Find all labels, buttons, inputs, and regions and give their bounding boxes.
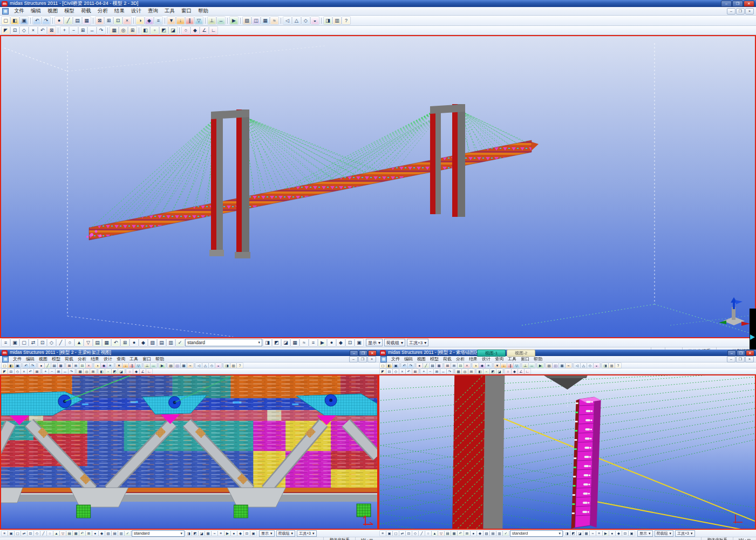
rotate-view-icon[interactable]: ↷ [447, 369, 453, 374]
help-icon[interactable]: ? [342, 17, 350, 24]
zoom-out-icon[interactable]: − [49, 369, 55, 374]
zoom-in-icon[interactable]: + [421, 369, 427, 374]
query-element-icon[interactable]: ◆ [512, 369, 517, 374]
new-file-icon[interactable]: ▢ [2, 363, 8, 368]
thickness-icon[interactable]: ≡ [486, 363, 492, 368]
activate-identity-icon[interactable]: ▤ [66, 531, 72, 536]
menu-12[interactable]: 帮助 [532, 356, 544, 362]
named-view-combobox[interactable]: standard ▾ [185, 339, 262, 346]
run-analysis-icon[interactable]: ▶ [159, 363, 165, 368]
hidden-b-icon[interactable]: ◩ [192, 531, 198, 536]
select-poly-b-icon[interactable]: ◇ [412, 531, 418, 536]
open-file-icon[interactable]: ◧ [386, 363, 392, 368]
delete-icon[interactable]: × [86, 363, 92, 368]
query-node-icon[interactable]: ○ [127, 369, 133, 374]
minimize-button[interactable]: – [350, 350, 358, 356]
mesh-icon[interactable]: ▦ [58, 363, 64, 368]
result-table-icon[interactable]: ▦ [261, 17, 269, 24]
select-none-icon[interactable]: ▢ [20, 339, 28, 346]
select-invert-icon[interactable]: ⇄ [21, 531, 27, 536]
select-invert-icon[interactable]: ⇄ [29, 339, 37, 346]
elem-numbers-icon[interactable]: ◆ [616, 531, 622, 536]
zoom-fit-icon[interactable]: ⊞ [434, 369, 440, 374]
dynamic-zoom-icon[interactable]: ⊡ [346, 339, 354, 346]
mdi-restore-button[interactable]: ❐ [358, 356, 367, 363]
snap-grid-icon[interactable]: ⊞ [128, 26, 137, 34]
menu-6[interactable]: 分析 [76, 356, 88, 362]
query-element-icon[interactable]: ◆ [133, 369, 139, 374]
render-view-icon[interactable]: ◒ [311, 17, 319, 24]
activate-identity-icon[interactable]: ▤ [93, 339, 101, 346]
menu-10[interactable]: 工具 [127, 356, 140, 362]
menu-11[interactable]: 窗口 [178, 7, 195, 15]
works-tree-icon[interactable]: ▧ [243, 17, 251, 24]
wireframe-icon[interactable]: ◨ [263, 339, 271, 346]
menu-1[interactable]: 文件 [11, 7, 28, 15]
shading-icon[interactable]: ◪ [199, 531, 205, 536]
mesh-icon[interactable]: ▦ [436, 363, 442, 368]
legend-icon[interactable]: ▥ [333, 17, 341, 24]
filter-volume-icon[interactable]: ▥ [496, 531, 502, 536]
zoom-activated-icon[interactable]: ⊞ [121, 339, 129, 346]
pressure-load-icon[interactable]: ▽ [195, 17, 203, 24]
rotate-view-icon[interactable]: ↷ [69, 369, 74, 374]
measure-distance-icon[interactable]: ∠ [518, 369, 524, 374]
deactivate-icon[interactable]: ▽ [60, 531, 66, 536]
menu-8[interactable]: 设计 [101, 356, 114, 362]
paste-icon[interactable]: ⊡ [79, 363, 85, 368]
beam-load-icon[interactable]: ∥ [186, 17, 194, 24]
node-numbers-icon[interactable]: ● [328, 339, 336, 346]
menu-5[interactable]: 荷载 [63, 356, 76, 362]
values-b-icon[interactable]: ≡ [218, 531, 224, 536]
query-element-icon[interactable]: ◆ [191, 26, 199, 34]
pan-icon[interactable]: ↔ [88, 26, 96, 34]
paste-icon[interactable]: ⊡ [114, 17, 122, 24]
capture-icon[interactable]: ▣ [250, 531, 256, 536]
activate-icon[interactable]: ▲ [432, 531, 438, 536]
rigid-link-icon[interactable]: ↔ [151, 363, 156, 368]
contour-b-icon[interactable]: ▦ [291, 339, 299, 346]
rigid-link-icon[interactable]: ↔ [217, 17, 225, 24]
top-view-icon[interactable]: △ [581, 363, 587, 368]
group-tree-icon[interactable]: ◫ [174, 363, 180, 368]
select-window-b-icon[interactable]: ⊡ [38, 339, 46, 346]
node-numbers-icon[interactable]: ● [231, 531, 237, 536]
legend-icon[interactable]: ▥ [230, 363, 236, 368]
select-all-icon[interactable]: ▣ [8, 531, 14, 536]
save-icon[interactable]: ▣ [15, 363, 21, 368]
render-view-icon[interactable]: ◒ [594, 363, 600, 368]
mdi-restore-button[interactable]: ❐ [736, 356, 745, 363]
result-graph-icon[interactable]: ≈ [566, 363, 571, 368]
filter-plane-icon[interactable]: ▤ [158, 339, 166, 346]
mdi-close-button[interactable]: × [367, 356, 376, 363]
rigid-link-icon[interactable]: ↔ [529, 363, 535, 368]
pylon-detail-viewport[interactable] [378, 374, 756, 530]
deform-b-icon[interactable]: ≈ [212, 531, 217, 536]
copy-icon[interactable]: ⊞ [451, 363, 457, 368]
mdi-close-button[interactable]: × [745, 8, 754, 15]
menu-11[interactable]: 窗口 [140, 356, 153, 362]
perspective-icon[interactable]: ◪ [169, 26, 177, 34]
named-view-combobox[interactable]: standard ▾ [132, 530, 185, 537]
pressure-load-icon[interactable]: ▽ [135, 363, 141, 368]
legend-icon[interactable]: ▥ [609, 363, 615, 368]
zoom-out-icon[interactable]: − [70, 26, 78, 34]
paste-icon[interactable]: ⊡ [458, 363, 464, 368]
select-circle-b-icon[interactable]: ○ [47, 531, 53, 536]
nodal-load-icon[interactable]: ↓ [501, 363, 507, 368]
dynamic-zoom-icon[interactable]: ⊡ [244, 531, 250, 536]
maximize-button[interactable]: ❐ [737, 350, 745, 356]
filter-volume-icon[interactable]: ▥ [167, 339, 175, 346]
zoom-in-icon[interactable]: + [60, 26, 69, 34]
maximize-button[interactable]: ❐ [732, 1, 743, 7]
display-icon[interactable]: ◨ [602, 363, 608, 368]
menu-6[interactable]: 分析 [454, 356, 467, 362]
menu-4[interactable]: 模型 [50, 356, 63, 362]
select-single-icon[interactable]: ◤ [380, 369, 386, 374]
self-weight-icon[interactable]: ▼ [167, 17, 175, 24]
select-polygon-icon[interactable]: ◇ [15, 369, 21, 374]
save-icon[interactable]: ▣ [393, 363, 399, 368]
select-node-b-icon[interactable]: ● [92, 531, 98, 536]
menu-2[interactable]: 编辑 [24, 356, 37, 362]
grid-toggle-icon[interactable]: ▦ [455, 369, 461, 374]
